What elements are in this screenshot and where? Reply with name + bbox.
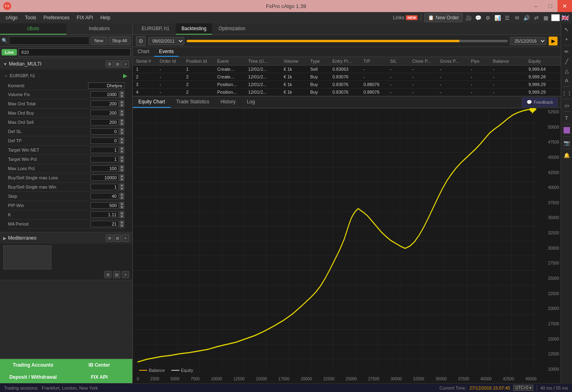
flag-icon[interactable]: 🇬🇧 xyxy=(561,13,570,22)
menu-help[interactable]: Help xyxy=(97,14,113,22)
new-button[interactable]: New xyxy=(91,37,107,45)
param-down-pipwin[interactable]: ▼ xyxy=(119,205,124,209)
param-input-maxlosspct[interactable] xyxy=(91,165,119,172)
tab-eurgbp[interactable]: EURGBP, h1 xyxy=(136,23,175,35)
start-date-select[interactable]: 08/02/2011 xyxy=(148,37,184,45)
end-date-select[interactable]: 25/12/2016 xyxy=(510,37,546,45)
param-down-volumefix[interactable]: ▼ xyxy=(119,94,124,98)
utc-button[interactable]: UTC+0 ▾ xyxy=(513,385,533,391)
param-input-pipwin[interactable] xyxy=(91,202,119,209)
rt-shapes-icon[interactable]: △ xyxy=(562,66,571,75)
chat-icon[interactable]: 💬 xyxy=(474,13,483,22)
param-input-step[interactable] xyxy=(91,193,119,199)
param-down-buysellmaxwin[interactable]: ▼ xyxy=(119,187,124,191)
menu-calgo[interactable]: cAlgo xyxy=(2,14,21,22)
rt-camera-icon[interactable]: 📷 xyxy=(562,138,571,147)
sound-icon[interactable]: 🔊 xyxy=(522,13,531,22)
param-up-volumefix[interactable]: ▲ xyxy=(119,91,124,94)
param-up-maxordbuy[interactable]: ▲ xyxy=(119,109,124,113)
param-up-targetwinnet[interactable]: ▲ xyxy=(119,146,124,150)
rt-line-icon[interactable]: ╱ xyxy=(562,57,571,66)
param-up-deftp[interactable]: ▲ xyxy=(119,137,124,141)
bot-header-mediterraneo[interactable]: ▶ Mediterraneo ⚙ ⊞ + xyxy=(0,232,132,244)
param-down-k[interactable]: ▼ xyxy=(119,215,124,218)
param-down-maxordsell[interactable]: ▼ xyxy=(119,122,124,126)
tab-history[interactable]: History xyxy=(215,96,241,108)
date-range-slider[interactable] xyxy=(187,40,508,42)
param-up-maxordsell[interactable]: ▲ xyxy=(119,119,124,122)
rt-cursor-icon[interactable]: ↖ xyxy=(562,25,571,34)
bot-settings-median[interactable]: ⚙ xyxy=(106,60,113,68)
tab-equity-chart[interactable]: Equity Chart xyxy=(133,96,171,108)
color-box[interactable] xyxy=(551,14,560,21)
settings-gear-button[interactable]: ⚙ xyxy=(136,36,146,46)
param-down-targetwinnet[interactable]: ▼ xyxy=(119,150,124,154)
list-icon[interactable]: ☰ xyxy=(503,13,512,22)
param-input-targetwinnet[interactable] xyxy=(91,147,119,153)
param-up-maperiod[interactable]: ▲ xyxy=(119,220,124,224)
param-input-komenti[interactable] xyxy=(88,82,124,89)
rt-pen-icon[interactable]: ✏ xyxy=(562,47,571,56)
bot-add-mediterraneo[interactable]: + xyxy=(122,234,129,242)
param-down-maperiod[interactable]: ▼ xyxy=(119,224,124,228)
rt-bell-icon[interactable]: 🔔 xyxy=(562,151,571,160)
tab-backtesting[interactable]: Backtesting xyxy=(176,23,212,35)
param-input-targetwinpct[interactable] xyxy=(91,156,119,162)
email-icon[interactable]: ✉ xyxy=(512,13,521,22)
param-down-step[interactable]: ▼ xyxy=(119,196,124,200)
rt-type-icon[interactable]: T xyxy=(562,113,571,122)
chart-icon[interactable]: 📊 xyxy=(493,13,502,22)
param-input-defsl[interactable] xyxy=(91,128,119,135)
param-input-buysellmaxwin[interactable] xyxy=(91,184,119,190)
param-input-buysellmaxloss[interactable] xyxy=(91,174,119,181)
new-order-button[interactable]: 📋 New Order xyxy=(424,13,463,22)
minimize-button[interactable]: – xyxy=(529,0,543,12)
param-up-pipwin[interactable]: ▲ xyxy=(119,202,124,205)
param-down-buysellmaxloss[interactable]: ▼ xyxy=(119,178,124,181)
tab-indicators[interactable]: Indicators xyxy=(66,23,133,35)
links-button[interactable]: Links NEW xyxy=(393,15,418,21)
rt-panel-icon[interactable]: ▭ xyxy=(562,101,571,110)
param-input-maperiod[interactable] xyxy=(91,221,119,227)
search-input[interactable] xyxy=(9,37,89,45)
bot-settings-med2[interactable]: ⚙ xyxy=(104,271,111,278)
menu-preferences[interactable]: Preferences xyxy=(40,14,73,22)
play-button[interactable]: ▶ xyxy=(549,37,558,45)
param-up-k[interactable]: ▲ xyxy=(119,211,124,215)
param-up-buysellmaxloss[interactable]: ▲ xyxy=(119,174,124,178)
param-input-maxordtotal[interactable] xyxy=(91,101,119,107)
video-icon[interactable]: 🎥 xyxy=(464,13,473,22)
live-badge[interactable]: Live xyxy=(2,49,17,55)
param-down-defsl[interactable]: ▼ xyxy=(119,131,124,135)
feedback-button[interactable]: 💬 Feedback xyxy=(522,98,558,107)
tab-cbots[interactable]: cBots xyxy=(0,23,66,35)
fix-api-button[interactable]: FIX API xyxy=(66,371,133,383)
bot-copy-median[interactable]: ⊞ xyxy=(114,60,121,68)
param-down-targetwinpct[interactable]: ▼ xyxy=(119,159,124,163)
param-up-step[interactable]: ▲ xyxy=(119,193,124,196)
rt-text-icon[interactable]: A xyxy=(562,76,571,85)
param-up-targetwinpct[interactable]: ▲ xyxy=(119,156,124,159)
stop-all-button[interactable]: Stop All xyxy=(109,37,131,45)
settings-icon[interactable]: ⚙ xyxy=(484,13,492,22)
tab-chart[interactable]: Chart xyxy=(133,47,154,57)
bot-header-median[interactable]: ▼ Median_MULTI ⚙ ⊞ + xyxy=(0,58,132,70)
param-down-maxlosspct[interactable]: ▼ xyxy=(119,168,124,172)
bot-copy-med2[interactable]: ⊞ xyxy=(113,271,120,278)
param-input-deftp[interactable] xyxy=(91,138,119,144)
menu-fixapi[interactable]: FIX API xyxy=(74,14,97,22)
bot-copy-mediterraneo[interactable]: ⊞ xyxy=(114,234,121,242)
param-down-deftp[interactable]: ▼ xyxy=(119,141,124,144)
grid-icon[interactable]: ▦ xyxy=(541,13,550,22)
bot-add-median[interactable]: + xyxy=(122,60,129,68)
bot-settings-mediterraneo[interactable]: ⚙ xyxy=(106,234,113,242)
param-input-k[interactable] xyxy=(91,211,119,218)
param-up-maxordtotal[interactable]: ▲ xyxy=(119,100,124,104)
ib-center-button[interactable]: IB Center xyxy=(66,359,133,371)
param-down-maxordbuy[interactable]: ▼ xyxy=(119,113,124,117)
param-up-defsl[interactable]: ▲ xyxy=(119,128,124,131)
param-input-maxordbuy[interactable] xyxy=(91,110,119,116)
trading-accounts-button[interactable]: Trading Accounts xyxy=(0,359,66,371)
tab-log[interactable]: Log xyxy=(241,96,261,108)
live-account-input[interactable] xyxy=(19,48,131,56)
